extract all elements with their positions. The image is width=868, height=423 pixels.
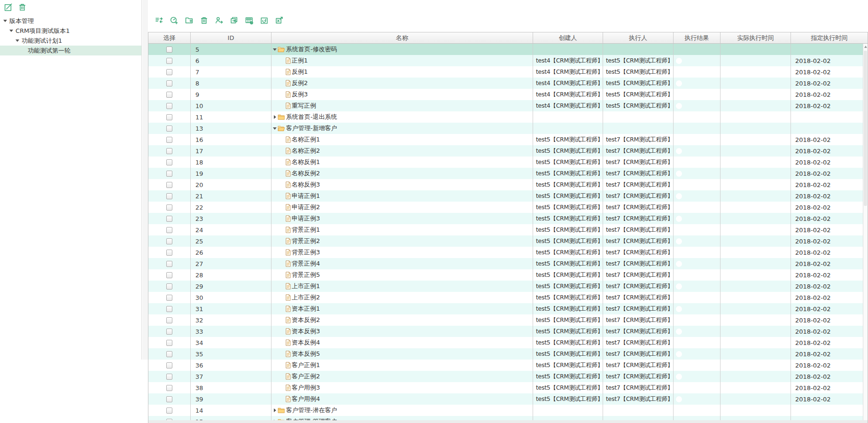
row-checkbox[interactable] <box>166 80 172 86</box>
column-settings-button[interactable] <box>245 16 253 24</box>
row-checkbox[interactable] <box>166 295 172 301</box>
expand-toggle[interactable] <box>272 127 278 130</box>
case-name[interactable]: 客户正例1 <box>292 361 320 369</box>
row-checkbox[interactable] <box>166 238 172 244</box>
case-name[interactable]: 申请正例2 <box>292 203 320 212</box>
delete-button[interactable] <box>18 3 26 11</box>
row-checkbox[interactable] <box>166 204 172 211</box>
row-checkbox[interactable] <box>166 306 172 312</box>
column-header-id[interactable]: ID <box>191 32 271 43</box>
expand-toggle[interactable] <box>2 20 8 22</box>
table-row[interactable]: 35资本反例5test5【CRM测试工程师】test7【CRM测试工程师】201… <box>148 348 863 360</box>
row-checkbox[interactable] <box>166 385 172 391</box>
copy-move-button[interactable] <box>230 16 238 24</box>
row-checkbox[interactable] <box>166 92 172 98</box>
folder-add-button[interactable] <box>185 16 193 24</box>
table-row[interactable]: 38客户用例3test5【CRM测试工程师】test7【CRM测试工程师】201… <box>148 382 863 393</box>
row-checkbox[interactable] <box>166 283 172 290</box>
case-name[interactable]: 资本正例1 <box>292 305 320 313</box>
case-name[interactable]: 申请正例3 <box>292 214 320 223</box>
table-row[interactable]: 14客户管理-潜在客户 <box>148 405 863 416</box>
case-name[interactable]: 资本反例4 <box>292 338 320 347</box>
case-name[interactable]: 名称反例1 <box>292 158 320 166</box>
table-row[interactable]: 7反例1test4【CRM测试工程师】test5【CRM测试工程师】2018-0… <box>148 66 863 78</box>
table-row[interactable]: 18名称反例1test5【CRM测试工程师】test7【CRM测试工程师】201… <box>148 157 863 168</box>
row-checkbox[interactable] <box>166 317 172 323</box>
table-row[interactable]: 28背景正例5test5【CRM测试工程师】test7【CRM测试工程师】201… <box>148 269 863 281</box>
suite-name[interactable]: 客户管理-潜在客户 <box>286 406 337 415</box>
case-name[interactable]: 资本反例3 <box>292 327 320 336</box>
column-header-scheduled_time[interactable]: 指定执行时间 <box>791 32 868 43</box>
table-row[interactable]: 17名称正例2test5【CRM测试工程师】test7【CRM测试工程师】201… <box>148 145 863 157</box>
case-name[interactable]: 正例1 <box>292 56 308 65</box>
case-name[interactable]: 上市正例1 <box>292 282 320 290</box>
tree-item-3[interactable]: 功能测试第一轮 <box>0 46 141 55</box>
table-row[interactable]: 30上市正例2test5【CRM测试工程师】test7【CRM测试工程师】201… <box>148 292 863 303</box>
case-name[interactable]: 申请正例1 <box>292 192 320 200</box>
expand-toggle[interactable] <box>8 30 14 32</box>
row-checkbox[interactable] <box>166 69 172 75</box>
case-name[interactable]: 背景正例3 <box>292 248 320 257</box>
edit-button[interactable] <box>4 3 12 11</box>
tree-item-2[interactable]: 功能测试计划1 <box>0 36 141 46</box>
row-checkbox[interactable] <box>166 216 172 222</box>
assign-user-button[interactable] <box>215 16 223 24</box>
row-checkbox[interactable] <box>166 374 172 380</box>
column-header-result[interactable]: 执行结果 <box>674 32 721 43</box>
case-name[interactable]: 反例1 <box>292 68 308 76</box>
table-row[interactable]: 25背景正例2test5【CRM测试工程师】test7【CRM测试工程师】201… <box>148 235 863 247</box>
row-checkbox[interactable] <box>166 227 172 233</box>
table-row[interactable]: 34资本反例4test5【CRM测试工程师】test7【CRM测试工程师】201… <box>148 337 863 348</box>
row-checkbox[interactable] <box>166 125 172 132</box>
table-row[interactable]: 16名称正例1test5【CRM测试工程师】test7【CRM测试工程师】201… <box>148 134 863 145</box>
row-checkbox[interactable] <box>166 159 172 165</box>
case-name[interactable]: 名称反例3 <box>292 180 320 189</box>
column-header-executor[interactable]: 执行人 <box>603 32 674 43</box>
column-header-creator[interactable]: 创建人 <box>533 32 603 43</box>
table-row[interactable]: 8反例2test4【CRM测试工程师】test5【CRM测试工程师】2018-0… <box>148 78 863 89</box>
table-row[interactable]: 24背景正例1test5【CRM测试工程师】test7【CRM测试工程师】201… <box>148 224 863 235</box>
case-name[interactable]: 重写正例 <box>292 102 316 110</box>
expand-toggle[interactable] <box>272 115 278 119</box>
case-name[interactable]: 背景正例1 <box>292 226 320 234</box>
scroll-up-arrow-icon[interactable] <box>864 46 867 48</box>
case-name[interactable]: 名称正例2 <box>292 147 320 155</box>
case-name[interactable]: 客户用例3 <box>292 384 320 392</box>
gauge-add-button[interactable] <box>170 16 178 24</box>
row-checkbox[interactable] <box>166 114 172 120</box>
horizontal-scrollbar[interactable] <box>148 420 868 423</box>
table-row[interactable]: 29上市正例1test5【CRM测试工程师】test7【CRM测试工程师】201… <box>148 281 863 292</box>
row-checkbox[interactable] <box>166 329 172 335</box>
case-name[interactable]: 客户用例4 <box>292 395 320 403</box>
tree-item-0[interactable]: 版本管理 <box>0 16 141 26</box>
column-header-actual_time[interactable]: 实际执行时间 <box>721 32 791 43</box>
vertical-scrollbar-thumb[interactable] <box>864 51 867 206</box>
suite-name[interactable]: 系统首页-修改密码 <box>286 45 337 54</box>
row-checkbox[interactable] <box>166 58 172 64</box>
table-row[interactable]: 31资本正例1test5【CRM测试工程师】test7【CRM测试工程师】201… <box>148 303 863 314</box>
case-name[interactable]: 名称正例1 <box>292 135 320 144</box>
case-name[interactable]: 反例3 <box>292 90 308 99</box>
delete-button[interactable] <box>200 16 208 24</box>
case-name[interactable]: 反例2 <box>292 79 308 87</box>
row-checkbox[interactable] <box>166 103 172 109</box>
case-name[interactable]: 背景正例2 <box>292 237 320 245</box>
case-name[interactable]: 背景正例5 <box>292 271 320 279</box>
row-checkbox[interactable] <box>166 396 172 402</box>
row-checkbox[interactable] <box>166 362 172 368</box>
table-row[interactable]: 27背景正例4test5【CRM测试工程师】test7【CRM测试工程师】201… <box>148 258 863 269</box>
table-row[interactable]: 13客户管理-新增客户 <box>148 123 863 134</box>
table-row[interactable]: 33资本反例3test5【CRM测试工程师】test7【CRM测试工程师】201… <box>148 326 863 337</box>
table-row[interactable]: 26背景正例3test5【CRM测试工程师】test7【CRM测试工程师】201… <box>148 247 863 258</box>
case-name[interactable]: 上市正例2 <box>292 293 320 302</box>
column-header-select[interactable]: 选择 <box>148 32 191 43</box>
expand-toggle[interactable] <box>272 48 278 51</box>
row-checkbox[interactable] <box>166 148 172 154</box>
row-checkbox[interactable] <box>166 250 172 256</box>
row-checkbox[interactable] <box>166 193 172 199</box>
row-checkbox[interactable] <box>166 340 172 346</box>
case-name[interactable]: 背景正例4 <box>292 259 320 268</box>
row-checkbox[interactable] <box>166 137 172 143</box>
tree-item-1[interactable]: CRM项目测试版本1 <box>0 26 141 36</box>
row-checkbox[interactable] <box>166 351 172 357</box>
